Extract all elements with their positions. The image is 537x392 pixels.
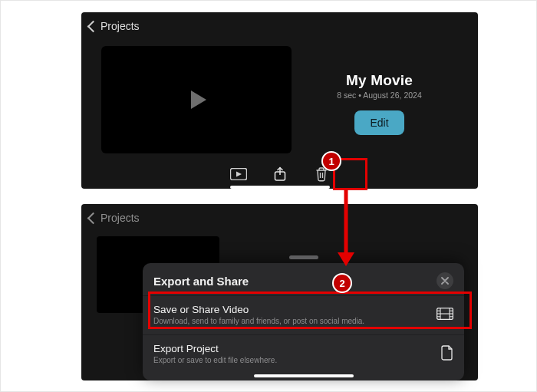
svg-marker-2	[236, 172, 242, 177]
back-label: Projects	[100, 20, 140, 32]
edit-button[interactable]: Edit	[354, 110, 404, 135]
film-icon	[437, 308, 453, 323]
project-meta: 8 sec • August 26, 2024	[301, 91, 458, 100]
back-label: Projects	[100, 212, 140, 224]
play-video-button[interactable]	[227, 164, 250, 184]
close-button[interactable]	[437, 272, 453, 289]
export-project-row[interactable]: Export Project Export or save to edit fi…	[143, 334, 464, 374]
project-thumbnail[interactable]	[101, 46, 292, 153]
annotation-badge-1: 1	[321, 151, 341, 171]
play-icon	[180, 84, 212, 116]
svg-marker-0	[191, 91, 206, 109]
project-title: My Movie	[301, 72, 458, 89]
row-sub: Download, send to family and friends, or…	[153, 317, 430, 325]
sheet-grabber[interactable]	[289, 255, 318, 259]
sheet-title: Export and Share	[153, 275, 249, 288]
row-title: Save or Share Video	[153, 304, 430, 315]
row-title: Export Project	[153, 343, 430, 354]
back-button[interactable]: Projects	[87, 212, 140, 224]
back-button[interactable]: Projects	[87, 20, 140, 32]
export-sheet: Export and Share Save or Share Video Dow…	[143, 263, 464, 380]
share-button[interactable]	[268, 164, 292, 184]
save-share-video-row[interactable]: Save or Share Video Download, send to fa…	[143, 295, 464, 334]
file-icon	[441, 345, 453, 364]
row-sub: Export or save to edit file elsewhere.	[153, 356, 430, 364]
home-indicator[interactable]	[254, 374, 354, 377]
chevron-left-icon	[87, 212, 100, 224]
home-indicator[interactable]	[230, 186, 330, 189]
annotation-badge-2: 2	[332, 273, 352, 293]
chevron-left-icon	[87, 20, 100, 32]
